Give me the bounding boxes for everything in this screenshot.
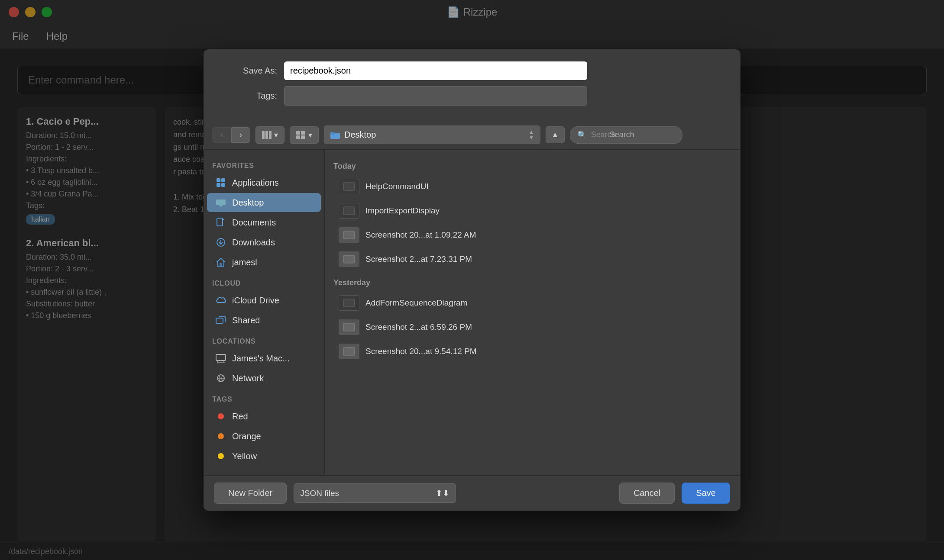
screenshot-icon-3 — [343, 323, 355, 331]
dialog-overlay: Save As: Tags: ‹ › ▾ — [0, 0, 944, 560]
file-item-screenshot-4[interactable]: Screenshot 20...at 9.54.12 PM — [333, 339, 732, 364]
screenshot-icon-2 — [343, 255, 355, 264]
svg-rect-25 — [343, 183, 355, 190]
save-as-label: Save As: — [221, 66, 277, 76]
save-as-input[interactable] — [284, 61, 587, 80]
file-thumb-2 — [339, 203, 359, 219]
sidebar-jamesl-label: jamesl — [232, 257, 257, 267]
column-view-button[interactable]: ▾ — [255, 126, 284, 144]
file-item-helpcommandui[interactable]: HelpCommandUI — [333, 174, 732, 199]
grid-view-button[interactable]: ▾ — [290, 126, 319, 144]
sidebar-item-yellow[interactable]: Yellow — [207, 447, 321, 466]
nav-group: ‹ › — [212, 127, 250, 143]
file-item-screenshot-2[interactable]: Screenshot 2...at 7.23.31 PM — [333, 247, 732, 271]
svg-rect-3 — [296, 131, 300, 135]
file-item-screenshot-3[interactable]: Screenshot 2...at 6.59.26 PM — [333, 315, 732, 339]
svg-rect-31 — [343, 348, 355, 355]
icloud-label: iCloud — [204, 276, 324, 290]
sidebar-item-applications[interactable]: Applications — [207, 173, 321, 192]
cancel-button[interactable]: Cancel — [619, 483, 675, 504]
file-thumb-5 — [339, 295, 359, 311]
sidebar-item-jamesl[interactable]: jamesl — [207, 253, 321, 272]
screenshot-icon-4 — [343, 347, 355, 356]
search-icon: 🔍 — [577, 130, 587, 140]
tags-row: Tags: — [221, 86, 723, 106]
sidebar-item-desktop[interactable]: Desktop — [207, 193, 321, 212]
file-name-2: ImportExportDisplay — [365, 206, 440, 216]
network-icon — [216, 373, 226, 383]
shared-icon — [216, 315, 226, 325]
sidebar-item-icloud-drive[interactable]: iCloud Drive — [207, 291, 321, 310]
screenshot-icon-1 — [343, 231, 355, 239]
dialog-body: Favorites Applications — [204, 150, 740, 475]
svg-rect-15 — [217, 218, 223, 226]
desktop-folder-icon — [330, 131, 340, 139]
file-list-area: Today HelpCommandUI ImportExportDisplay — [325, 150, 740, 475]
sidebar-item-james-mac[interactable]: James's Mac... — [207, 349, 321, 368]
svg-rect-14 — [219, 205, 223, 206]
yellow-dot-icon — [217, 453, 224, 460]
filter-dropdown[interactable]: JSON files ⬆⬇ — [294, 483, 456, 503]
svg-rect-30 — [343, 323, 355, 331]
computer-icon — [216, 353, 226, 364]
favorites-label: Favorites — [204, 158, 324, 172]
applications-icon — [216, 177, 226, 188]
new-folder-button[interactable]: New Folder — [214, 483, 287, 504]
svg-rect-17 — [220, 263, 222, 266]
sidebar-applications-label: Applications — [232, 178, 279, 188]
chevron-down-icon-2: ▾ — [308, 130, 312, 140]
svg-rect-28 — [343, 255, 355, 263]
columns-icon — [262, 131, 272, 139]
sidebar-item-network[interactable]: Network — [207, 369, 321, 388]
sidebar-item-documents[interactable]: Documents — [207, 213, 321, 232]
sidebar-item-downloads[interactable]: Downloads — [207, 233, 321, 252]
file-name-5: AddFormSequenceDiagram — [365, 298, 468, 308]
svg-rect-1 — [265, 131, 268, 139]
sidebar-yellow-label: Yellow — [232, 451, 257, 461]
svg-point-23 — [218, 433, 224, 439]
svg-point-22 — [218, 413, 224, 419]
location-dropdown[interactable]: Desktop ▲ ▼ — [324, 126, 540, 144]
today-header: Today — [333, 162, 732, 171]
expand-button[interactable]: ▲ — [546, 126, 565, 143]
file-item-importexportdisplay[interactable]: ImportExportDisplay — [333, 199, 732, 223]
file-name-4: Screenshot 2...at 7.23.31 PM — [365, 254, 472, 264]
sidebar-downloads-label: Downloads — [232, 238, 275, 248]
sidebar-documents-label: Documents — [232, 218, 276, 228]
file-thumb-6 — [339, 319, 359, 335]
back-button[interactable]: ‹ — [212, 127, 231, 143]
sidebar-item-shared[interactable]: Shared — [207, 311, 321, 330]
sidebar-item-red[interactable]: Red — [207, 407, 321, 426]
location-chevrons: ▲ ▼ — [529, 129, 534, 140]
file-icon-5 — [343, 299, 355, 307]
svg-rect-2 — [269, 131, 272, 139]
svg-rect-4 — [301, 131, 305, 135]
orange-dot-icon — [217, 433, 224, 440]
sidebar-network-label: Network — [232, 373, 264, 383]
home-icon — [216, 257, 226, 267]
forward-button[interactable]: › — [231, 127, 250, 143]
file-item-screenshot-1[interactable]: Screenshot 20...at 1.09.22 AM — [333, 223, 732, 247]
svg-rect-6 — [301, 135, 305, 139]
red-dot-icon — [217, 413, 224, 420]
file-name-1: HelpCommandUI — [365, 182, 429, 191]
sidebar-item-orange[interactable]: Orange — [207, 427, 321, 446]
filter-chevron-icon: ⬆⬇ — [436, 488, 449, 498]
tags-input[interactable] — [284, 86, 587, 106]
svg-rect-27 — [343, 231, 355, 239]
sidebar-james-mac-label: James's Mac... — [232, 354, 290, 364]
location-label: Desktop — [344, 130, 376, 140]
file-thumb-3 — [339, 227, 359, 243]
svg-rect-0 — [262, 131, 265, 139]
svg-rect-18 — [216, 318, 223, 323]
filter-label: JSON files — [300, 489, 339, 498]
save-button[interactable]: Save — [682, 483, 730, 504]
sidebar-shared-label: Shared — [232, 315, 260, 325]
svg-rect-29 — [343, 299, 355, 307]
dialog-sidebar: Favorites Applications — [204, 150, 325, 475]
file-item-addformsequencediagram[interactable]: AddFormSequenceDiagram — [333, 291, 732, 315]
file-thumb-1 — [339, 179, 359, 194]
tags-section-label: Tags — [204, 392, 324, 406]
search-text: Search — [610, 130, 634, 139]
save-dialog: Save As: Tags: ‹ › ▾ — [204, 49, 740, 511]
